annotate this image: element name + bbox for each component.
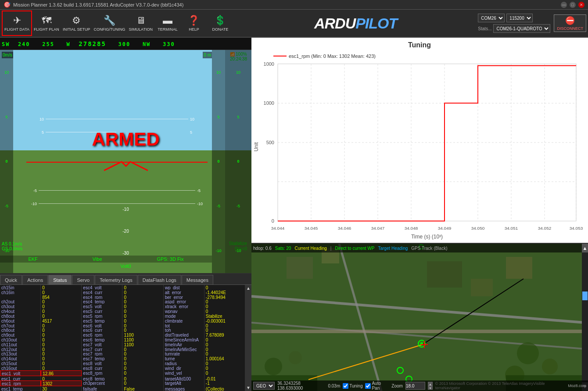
pitch-indicators: 10 10 5 5 (35, 117, 199, 135)
status-cell-4-0: ch3out (0, 304, 41, 309)
status-table: ch15in0esc4_volt0wp_dist0ch16in0esc4_cur… (0, 285, 251, 391)
status-cell-9-3: 0 (122, 327, 163, 332)
svg-text:1000: 1000 (264, 61, 274, 67)
tuning-checkbox[interactable] (343, 383, 348, 389)
maximize-button[interactable]: □ (570, 2, 576, 8)
status-cell-0-2: esc4_volt (82, 285, 122, 290)
alt-outer-scale: 10 5 0 -5 -10 (225, 50, 251, 273)
zoom-up-btn[interactable]: ▲ (428, 382, 433, 386)
status-cell-4-1: 0 (41, 304, 82, 309)
help-button[interactable]: ❓ HELP (181, 11, 207, 36)
status-cell-18-5: 0 (204, 370, 245, 376)
map-panel[interactable]: hdop: 0.6 Sats: 20 Current Heading | Dir… (251, 244, 588, 391)
status-cell-16-4: radius (164, 361, 204, 366)
scroll-down[interactable]: ▼ (245, 384, 251, 391)
zoom-label: Zoom (391, 384, 403, 388)
svg-line-50 (308, 345, 423, 380)
status-cell-21-5: (Collectio (204, 386, 245, 391)
status-cell-0-5: 0 (204, 285, 245, 290)
tuning-label: Tuning (349, 384, 362, 388)
geo-select[interactable]: GEO (253, 382, 275, 390)
status-cell-0-4: wp_dist (164, 285, 204, 290)
status-cell-9-2: esc6_curr (82, 327, 122, 332)
status-cell-2-0 (0, 295, 41, 299)
minimize-button[interactable]: — (561, 2, 567, 8)
disconnect-button[interactable]: ⛔ DISCONNECT (554, 14, 586, 32)
status-cell-9-4: toh (164, 327, 204, 332)
svg-text:Unit: Unit (253, 142, 259, 152)
tab-telemetry-logs[interactable]: Telemetry Logs (95, 275, 137, 284)
status-cell-19-0: esc1_curr (0, 376, 41, 381)
hdop-val: 0.6 (265, 246, 272, 251)
home-marker (421, 341, 428, 349)
status-cell-16-2: esc8_volt (82, 361, 122, 366)
tab-servo[interactable]: Servo (72, 275, 94, 284)
autopan-checkbox[interactable] (365, 383, 371, 389)
status-cell-20-2: ch3percent (82, 380, 122, 386)
status-cell-10-2: esc6_rpm (82, 332, 122, 337)
flight-data-button[interactable]: ✈ FLIGHT DATA (2, 11, 32, 36)
status-cell-15-0: ch14out (0, 356, 41, 361)
status-cell-14-1: 0 (41, 351, 82, 356)
svg-text:Time (s) (10³): Time (s) (10³) (411, 234, 443, 240)
nav-lines (251, 244, 588, 391)
gps-label: GPS: 3D Fix (157, 256, 183, 262)
status-cell-20-5: -1 (204, 380, 245, 386)
port-select[interactable]: COM26 (478, 14, 505, 22)
lon-val: 138.6393000 (277, 386, 303, 391)
zoom-input[interactable] (405, 382, 425, 390)
simulation-button[interactable]: 🖥 SIMULATION (127, 11, 154, 36)
status-cell-12-3: 1100 (122, 342, 163, 347)
flight-data-icon: ✈ (13, 15, 21, 26)
speed-scale: 1050-5-10 (0, 50, 13, 273)
status-cell-9-0: ch8out (0, 327, 41, 332)
config-tuning-button[interactable]: 🔧 CONFIG/TUNING (92, 11, 127, 36)
terminal-button[interactable]: ▬ TERMINAL (154, 11, 181, 36)
map-scroll-up[interactable]: ▲ (582, 244, 588, 252)
close-button[interactable]: ✕ (578, 2, 584, 8)
tab-quick[interactable]: Quick (0, 275, 22, 284)
status-cell-15-2: esc7_temp (82, 356, 122, 361)
svg-text:0: 0 (272, 218, 274, 224)
status-cell-7-5: -0.003001 (204, 318, 245, 323)
tuning-check-label[interactable]: Tuning (343, 383, 362, 389)
flight-data-label: FLIGHT DATA (4, 27, 29, 32)
status-cell-8-1: 0 (41, 323, 82, 328)
svg-text:34.052: 34.052 (538, 226, 552, 231)
status-cell-12-1: 0 (41, 342, 82, 347)
connection-controls: COM26 115200 Stats... COM26-1-QUADROTOR (478, 14, 550, 33)
profile-select[interactable]: COM26-1-QUADROTOR (493, 24, 550, 33)
flight-plan-button[interactable]: 🗺 FLIGHT PLAN (32, 11, 61, 36)
status-cell-11-2: esc6_temp (82, 337, 122, 342)
help-icon: ❓ (188, 15, 200, 26)
status-cell-19-3: 0 (122, 376, 163, 381)
baud-select[interactable]: 115200 (506, 14, 533, 22)
status-cell-17-4: wind_dir (164, 366, 204, 370)
status-cell-5-3: 0 (122, 309, 163, 313)
status-cell-16-1: 0 (41, 361, 82, 366)
map-overlay: GEO 36.3243258 138.6393000 0.03m Tuning … (251, 380, 588, 391)
tab-actions[interactable]: Actions (22, 275, 48, 284)
tab-dataflash-logs[interactable]: DataFlash Logs (138, 275, 181, 284)
svg-text:34.051: 34.051 (505, 226, 518, 231)
disconnect-label: DISCONNECT (557, 26, 583, 31)
scroll-up[interactable]: ▲ (245, 285, 251, 291)
status-cell-15-5: 1.000164 (204, 356, 245, 361)
lat-val: 36.3243258 (277, 381, 301, 386)
donate-button[interactable]: 💲 DONATE (207, 11, 233, 36)
config-tuning-icon: 🔧 (104, 15, 115, 26)
status-cell-3-4: aspd_error (164, 299, 204, 304)
airspeed-label: AS 0.1m/s (2, 242, 22, 246)
status-cell-4-4: xtrack_error (164, 304, 204, 309)
autopan-check-label[interactable]: Auto Pan (365, 381, 389, 391)
tab-messages[interactable]: Messages (182, 275, 213, 284)
zoom-down-btn[interactable]: ▼ (428, 386, 433, 390)
compass-bar: SW 240 255 W 278285 300 NW 330 (0, 38, 251, 50)
map-scrollbar[interactable]: ▲ ▼ (582, 244, 588, 391)
status-cell-14-0: ch13out (0, 351, 41, 356)
status-cell-1-3: 0 (122, 290, 163, 295)
status-cell-1-0: ch16in (0, 290, 41, 295)
initial-setup-button[interactable]: ⚙ INITIAL SETUP (61, 11, 92, 36)
tab-status[interactable]: Status (48, 275, 72, 284)
speed-readout: 0m/s (2, 52, 13, 58)
